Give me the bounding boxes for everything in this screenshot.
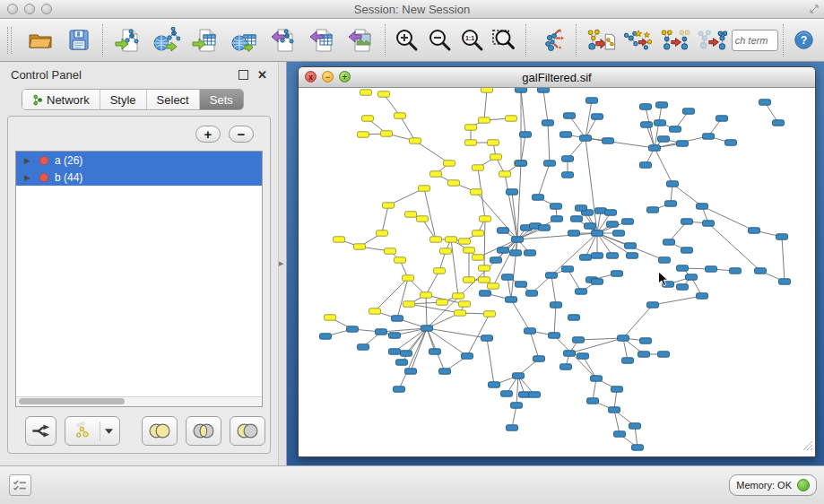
network-node[interactable]: [649, 145, 661, 151]
network-node[interactable]: [568, 315, 580, 320]
toolbar-drag-handle[interactable]: [7, 27, 12, 54]
network-node[interactable]: [512, 237, 524, 242]
network-node[interactable]: [471, 189, 482, 195]
network-node[interactable]: [389, 333, 401, 338]
export-table-button[interactable]: [303, 22, 342, 59]
difference-button[interactable]: [230, 416, 265, 446]
network-frame-titlebar[interactable]: x − + galFiltered.sif: [299, 67, 815, 88]
network-node[interactable]: [564, 113, 576, 118]
network-node[interactable]: [516, 88, 527, 92]
network-node[interactable]: [325, 315, 336, 320]
network-node[interactable]: [430, 237, 442, 242]
export-network-button[interactable]: [264, 22, 302, 59]
network-node[interactable]: [607, 222, 619, 227]
network-node[interactable]: [481, 335, 493, 341]
network-node[interactable]: [592, 230, 603, 236]
network-node[interactable]: [473, 165, 484, 170]
network-node[interactable]: [516, 161, 527, 166]
tab-style[interactable]: Style: [100, 90, 147, 109]
network-node[interactable]: [656, 102, 668, 108]
expand-triangle-icon[interactable]: ▶: [24, 173, 33, 182]
network-node[interactable]: [551, 204, 562, 209]
zoom-fit-selected-button[interactable]: [489, 22, 521, 59]
zoom-out-button[interactable]: [423, 22, 455, 59]
set-row[interactable]: ▶a (26): [16, 152, 262, 169]
network-node[interactable]: [421, 292, 432, 298]
network-node[interactable]: [776, 234, 788, 239]
network-node[interactable]: [759, 100, 771, 105]
network-node[interactable]: [405, 369, 417, 374]
network-node[interactable]: [320, 334, 332, 339]
network-node[interactable]: [640, 104, 652, 109]
network-node[interactable]: [647, 207, 659, 213]
network-node[interactable]: [377, 230, 388, 236]
network-node[interactable]: [362, 116, 374, 121]
network-node[interactable]: [437, 300, 448, 305]
network-node[interactable]: [683, 109, 695, 114]
network-node[interactable]: [473, 230, 484, 236]
network-node[interactable]: [564, 351, 576, 356]
network-node[interactable]: [533, 356, 545, 361]
tab-sets[interactable]: Sets: [200, 90, 243, 109]
network-node[interactable]: [490, 257, 502, 263]
sets-list[interactable]: ▶a (26)▶b (44): [15, 151, 263, 407]
network-node[interactable]: [607, 253, 619, 258]
network-node[interactable]: [481, 88, 493, 92]
union-button[interactable]: [142, 416, 178, 446]
memory-status-button[interactable]: Memory: OK: [729, 474, 817, 496]
network-node[interactable]: [638, 352, 650, 357]
network-node[interactable]: [396, 360, 408, 365]
network-node[interactable]: [507, 189, 518, 195]
network-node[interactable]: [725, 140, 737, 145]
zoom-actual-button[interactable]: 1:1: [456, 22, 489, 59]
import-table-url-button[interactable]: [225, 22, 264, 59]
network-node[interactable]: [444, 161, 455, 166]
network-node[interactable]: [544, 161, 556, 166]
network-node[interactable]: [464, 248, 475, 253]
network-node[interactable]: [383, 203, 395, 208]
tab-network[interactable]: Network: [22, 90, 100, 109]
network-node[interactable]: [632, 445, 644, 450]
network-node[interactable]: [448, 180, 460, 186]
network-node[interactable]: [703, 221, 715, 226]
network-node[interactable]: [641, 122, 653, 127]
close-panel-icon[interactable]: ✕: [257, 69, 267, 81]
network-node[interactable]: [640, 162, 652, 168]
network-node[interactable]: [591, 376, 603, 381]
network-node[interactable]: [670, 126, 681, 132]
search-input[interactable]: [732, 30, 778, 51]
expand-triangle-icon[interactable]: ▶: [24, 156, 33, 165]
network-node[interactable]: [480, 291, 491, 296]
network-node[interactable]: [580, 255, 592, 260]
network-node[interactable]: [562, 172, 574, 178]
select-set-nodes-button[interactable]: [619, 22, 655, 59]
network-node[interactable]: [385, 248, 396, 254]
network-node[interactable]: [401, 351, 412, 356]
network-node[interactable]: [501, 391, 513, 396]
network-node[interactable]: [749, 228, 760, 233]
open-session-button[interactable]: [21, 22, 59, 59]
network-node[interactable]: [455, 310, 466, 316]
zoom-window-button[interactable]: [41, 4, 52, 14]
network-node[interactable]: [369, 308, 381, 314]
network-node[interactable]: [360, 90, 372, 95]
network-node[interactable]: [538, 88, 550, 92]
network-node[interactable]: [395, 257, 406, 263]
network-node[interactable]: [592, 253, 603, 258]
network-node[interactable]: [551, 302, 562, 308]
copy-selection-button[interactable]: [655, 22, 692, 59]
network-node[interactable]: [479, 277, 490, 282]
minimize-window-button[interactable]: [24, 4, 35, 14]
network-node[interactable]: [667, 181, 679, 187]
network-node[interactable]: [347, 326, 359, 332]
network-node[interactable]: [580, 135, 592, 141]
network-node[interactable]: [562, 266, 574, 272]
network-node[interactable]: [516, 282, 527, 287]
horizontal-scrollbar[interactable]: [16, 396, 262, 406]
network-node[interactable]: [586, 98, 598, 103]
network-node[interactable]: [490, 154, 502, 160]
network-node[interactable]: [392, 316, 403, 321]
network-node[interactable]: [358, 132, 369, 137]
save-session-button[interactable]: [59, 22, 98, 59]
network-node[interactable]: [376, 329, 387, 335]
